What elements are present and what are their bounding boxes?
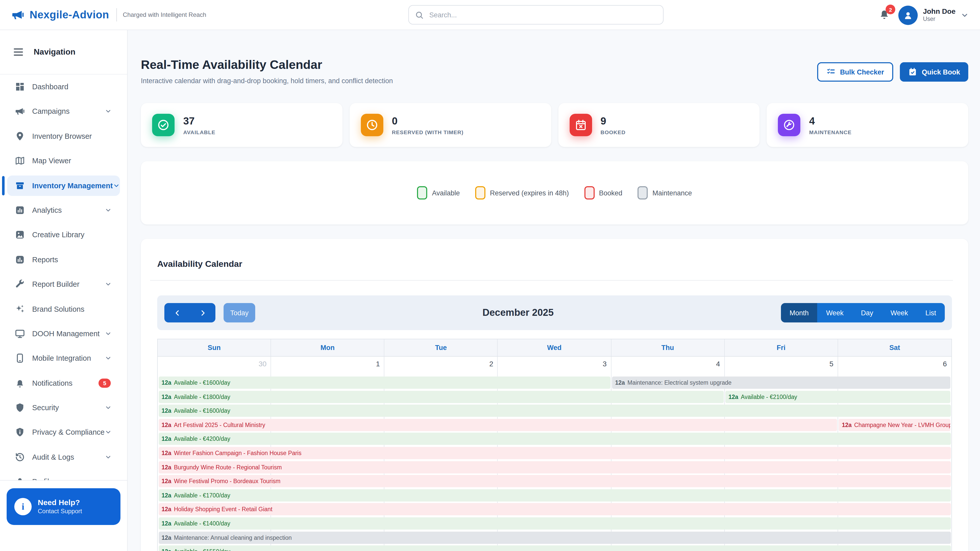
sidebar-item-notifications[interactable]: Notifications5 bbox=[7, 373, 120, 393]
event-time: 12a bbox=[162, 548, 171, 551]
global-search[interactable] bbox=[408, 5, 663, 24]
sidebar-item-privacy-compliance[interactable]: Privacy & Compliance bbox=[7, 422, 120, 443]
prev-button[interactable] bbox=[164, 303, 190, 322]
sidebar-item-dashboard[interactable]: Dashboard bbox=[7, 76, 120, 97]
page-actions: Bulk Checker Quick Book bbox=[817, 62, 968, 82]
event-time: 12a bbox=[162, 507, 171, 513]
calendar-event[interactable]: 12aAvailable - €1800/day bbox=[159, 391, 724, 403]
header-right: 2 John Doe User bbox=[878, 0, 969, 30]
calendar-event[interactable]: 12aWine Festival Promo - Bordeaux Touris… bbox=[159, 475, 951, 487]
sidebar-item-label: Brand Solutions bbox=[32, 305, 84, 313]
calendar-event[interactable]: 12aAvailable - €4200/day bbox=[159, 433, 951, 445]
view-button-month-0[interactable]: Month bbox=[781, 303, 818, 322]
sidebar-item-inventory-browser[interactable]: Inventory Browser bbox=[7, 126, 120, 146]
search-input[interactable] bbox=[428, 11, 657, 19]
sidebar-item-audit-logs[interactable]: Audit & Logs bbox=[7, 447, 120, 467]
calendar-event[interactable]: 12aAvailable - €2100/day bbox=[725, 391, 951, 403]
check-circle-icon bbox=[152, 114, 175, 136]
sidebar-item-inventory-management[interactable]: Inventory Management bbox=[7, 175, 120, 196]
top-header: Nexgile-Advion Charged with Intelligent … bbox=[0, 0, 980, 30]
view-switcher: MonthWeekDayWeekList bbox=[781, 303, 945, 322]
event-time: 12a bbox=[162, 492, 171, 499]
megaphone-logo-icon bbox=[11, 8, 24, 21]
toolbar-left: Today bbox=[164, 303, 255, 322]
need-help-card[interactable]: i Need Help? Contact Support bbox=[6, 488, 121, 525]
calendar-event[interactable]: 12aMaintenance: Annual cleaning and insp… bbox=[159, 531, 951, 544]
legend-item-reserved-expires-in-48h-: Reserved (expires in 48h) bbox=[475, 186, 569, 200]
date-number: 4 bbox=[611, 357, 724, 376]
date-number: 3 bbox=[498, 357, 611, 376]
brand-divider bbox=[116, 8, 117, 21]
calendar-event[interactable]: 12aMaintenance: Electrical system upgrad… bbox=[612, 376, 951, 389]
sidebar-item-mobile-integration[interactable]: Mobile Integration bbox=[7, 348, 120, 368]
chevron-down-icon bbox=[105, 429, 112, 436]
chevron-down-icon bbox=[105, 206, 112, 214]
calendar-event[interactable]: 12aArt Festival 2025 - Cultural Ministry bbox=[159, 419, 837, 431]
sidebar-item-dooh-management[interactable]: DOOH Management bbox=[7, 324, 120, 344]
sidebar-item-security[interactable]: Security bbox=[7, 397, 120, 418]
calendar-event[interactable]: 12aBurgundy Wine Route - Regional Touris… bbox=[159, 461, 951, 473]
user-menu[interactable]: John Doe User bbox=[898, 5, 969, 25]
calendar-title: December 2025 bbox=[483, 307, 554, 318]
sidebar-item-report-builder[interactable]: Report Builder bbox=[7, 274, 120, 294]
calendar-event[interactable]: 12aAvailable - €1600/day bbox=[159, 376, 611, 389]
hamburger-menu-icon[interactable] bbox=[14, 47, 23, 57]
notification-count-badge: 2 bbox=[886, 5, 895, 14]
sidebar-item-reports[interactable]: Reports bbox=[7, 249, 120, 270]
bar-chart-icon bbox=[15, 205, 25, 215]
today-button[interactable]: Today bbox=[224, 303, 255, 322]
user-name: John Doe bbox=[923, 7, 956, 16]
sidebar-item-label: Inventory Browser bbox=[32, 132, 92, 140]
calendar-event[interactable]: 12aAvailable - €1400/day bbox=[159, 517, 951, 530]
day-header-row: SunMonTueWedThuFriSat bbox=[158, 339, 951, 357]
view-button-week-3[interactable]: Week bbox=[882, 303, 917, 322]
sidebar-item-label: DOOH Management bbox=[32, 330, 100, 338]
notifications-bell-icon[interactable]: 2 bbox=[878, 8, 890, 22]
next-button[interactable] bbox=[190, 303, 215, 322]
calendar-event[interactable]: 12aChampagne New Year - LVMH Group bbox=[839, 419, 951, 431]
sidebar-item-map-viewer[interactable]: Map Viewer bbox=[7, 151, 120, 171]
checklist-icon bbox=[826, 67, 835, 76]
day-header-sat: Sat bbox=[838, 339, 951, 356]
legend-item-booked: Booked bbox=[584, 186, 622, 200]
calendar-event[interactable]: 12aAvailable - €1700/day bbox=[159, 489, 951, 502]
sidebar-title: Navigation bbox=[34, 48, 76, 57]
stats-row: 37AVAILABLE0RESERVED (WITH TIMER)9BOOKED… bbox=[141, 103, 968, 147]
event-title: Available - €1400/day bbox=[174, 520, 230, 527]
view-button-list-4[interactable]: List bbox=[917, 303, 945, 322]
event-time: 12a bbox=[162, 534, 171, 540]
sidebar-item-campaigns[interactable]: Campaigns bbox=[7, 101, 120, 122]
sidebar-item-creative-library[interactable]: Creative Library bbox=[7, 225, 120, 245]
section-divider bbox=[150, 280, 953, 281]
monitor-icon bbox=[15, 329, 25, 339]
calendar-grid: SunMonTueWedThuFriSat 3012345612aAvailab… bbox=[157, 339, 952, 551]
prev-next-group bbox=[164, 303, 215, 322]
calendar-event[interactable]: 12aHoliday Shopping Event - Retail Giant bbox=[159, 503, 951, 516]
sidebar-item-label: Dashboard bbox=[32, 83, 68, 91]
megaphone-icon bbox=[15, 106, 25, 117]
report-chart-icon bbox=[15, 254, 25, 265]
calendar-toolbar: Today December 2025 MonthWeekDayWeekList bbox=[157, 295, 952, 330]
sidebar-item-profile[interactable]: Profile bbox=[7, 472, 120, 480]
sidebar-item-brand-solutions[interactable]: Brand Solutions bbox=[7, 299, 120, 319]
calendar-card: Availability Calendar Today December 202… bbox=[141, 239, 968, 551]
sidebar-item-analytics[interactable]: Analytics bbox=[7, 200, 120, 221]
quick-book-button[interactable]: Quick Book bbox=[900, 62, 968, 82]
date-number: 30 bbox=[158, 357, 271, 376]
view-button-day-2[interactable]: Day bbox=[852, 303, 882, 322]
bulk-checker-button[interactable]: Bulk Checker bbox=[817, 62, 893, 82]
shield-info-icon bbox=[15, 427, 25, 437]
calendar-event[interactable]: 12aAvailable - €1550/day bbox=[159, 545, 951, 551]
help-subtitle: Contact Support bbox=[38, 508, 82, 515]
legend-label: Maintenance bbox=[652, 189, 692, 197]
sidebar: Navigation DashboardCampaignsInventory B… bbox=[0, 30, 127, 551]
view-button-week-1[interactable]: Week bbox=[818, 303, 853, 322]
event-time: 12a bbox=[162, 394, 171, 400]
sidebar-item-label: Map Viewer bbox=[32, 157, 71, 165]
date-number: 6 bbox=[838, 357, 951, 376]
calendar-event[interactable]: 12aAvailable - €1600/day bbox=[159, 405, 951, 417]
event-title: Available - €1550/day bbox=[174, 548, 230, 551]
event-title: Champagne New Year - LVMH Group bbox=[854, 422, 951, 428]
event-time: 12a bbox=[162, 478, 171, 484]
calendar-event[interactable]: 12aWinter Fashion Campaign - Fashion Hou… bbox=[159, 447, 951, 459]
